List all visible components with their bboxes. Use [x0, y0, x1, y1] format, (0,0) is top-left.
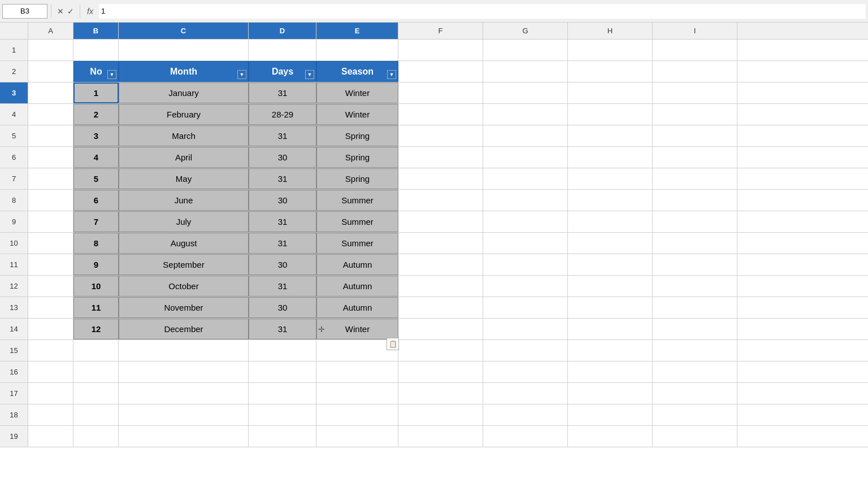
- cell-h8[interactable]: [568, 190, 653, 211]
- cell-b3[interactable]: 1: [73, 82, 119, 103]
- cell-c18[interactable]: [119, 404, 249, 425]
- cell-b13[interactable]: 11: [73, 297, 119, 318]
- cell-e16[interactable]: [316, 361, 398, 382]
- cell-g11[interactable]: [483, 254, 568, 275]
- cell-i7[interactable]: [653, 168, 737, 189]
- cell-b15[interactable]: [73, 340, 119, 361]
- cell-e12[interactable]: Autumn: [316, 276, 398, 297]
- cell-e3[interactable]: Winter: [316, 82, 398, 103]
- cell-i15[interactable]: [653, 340, 737, 361]
- cell-d4[interactable]: 28-29: [249, 104, 316, 125]
- cell-f10[interactable]: [398, 233, 483, 254]
- cell-a5[interactable]: [28, 125, 73, 146]
- cell-d11[interactable]: 30: [249, 254, 316, 275]
- cell-f8[interactable]: [398, 190, 483, 211]
- filter-arrow-days[interactable]: ▼: [305, 70, 314, 79]
- cell-g6[interactable]: [483, 147, 568, 168]
- cell-f6[interactable]: [398, 147, 483, 168]
- cell-c16[interactable]: [119, 361, 249, 382]
- cell-f17[interactable]: [398, 383, 483, 404]
- cell-d13[interactable]: 30: [249, 297, 316, 318]
- cell-b10[interactable]: 8: [73, 233, 119, 254]
- cell-c4[interactable]: February: [119, 104, 249, 125]
- col-header-h[interactable]: H: [568, 23, 653, 39]
- cell-c19[interactable]: [119, 426, 249, 447]
- cell-b8[interactable]: 6: [73, 190, 119, 211]
- cell-g5[interactable]: [483, 125, 568, 146]
- cell-d14[interactable]: 31: [249, 319, 316, 339]
- cell-e14[interactable]: ✛ Winter 📋: [316, 319, 398, 339]
- paste-options-icon[interactable]: 📋: [387, 338, 399, 350]
- cell-i6[interactable]: [653, 147, 737, 168]
- cell-h10[interactable]: [568, 233, 653, 254]
- cell-b12[interactable]: 10: [73, 276, 119, 297]
- cell-i16[interactable]: [653, 361, 737, 382]
- cell-c5[interactable]: March: [119, 125, 249, 146]
- cell-a8[interactable]: [28, 190, 73, 211]
- cell-i8[interactable]: [653, 190, 737, 211]
- confirm-icon[interactable]: ✓: [67, 7, 74, 16]
- cell-b1[interactable]: [73, 40, 119, 60]
- cell-f12[interactable]: [398, 276, 483, 297]
- col-header-b[interactable]: B: [73, 23, 119, 39]
- cell-h17[interactable]: [568, 383, 653, 404]
- cell-f16[interactable]: [398, 361, 483, 382]
- cell-i2[interactable]: [653, 61, 737, 82]
- cell-h5[interactable]: [568, 125, 653, 146]
- cell-f13[interactable]: [398, 297, 483, 318]
- cell-a14[interactable]: [28, 319, 73, 339]
- cell-b4[interactable]: 2: [73, 104, 119, 125]
- cell-f3[interactable]: [398, 82, 483, 103]
- cell-f1[interactable]: [398, 40, 483, 60]
- cell-f11[interactable]: [398, 254, 483, 275]
- cell-c17[interactable]: [119, 383, 249, 404]
- cell-i14[interactable]: [653, 319, 737, 339]
- cell-a17[interactable]: [28, 383, 73, 404]
- cell-b18[interactable]: [73, 404, 119, 425]
- cell-d16[interactable]: [249, 361, 316, 382]
- cell-g19[interactable]: [483, 426, 568, 447]
- col-header-a[interactable]: A: [28, 23, 73, 39]
- cell-h11[interactable]: [568, 254, 653, 275]
- cell-i5[interactable]: [653, 125, 737, 146]
- cell-a18[interactable]: [28, 404, 73, 425]
- cell-e5[interactable]: Spring: [316, 125, 398, 146]
- cell-h18[interactable]: [568, 404, 653, 425]
- cell-g10[interactable]: [483, 233, 568, 254]
- cell-e6[interactable]: Spring: [316, 147, 398, 168]
- cell-f9[interactable]: [398, 211, 483, 232]
- cell-g17[interactable]: [483, 383, 568, 404]
- cell-h2[interactable]: [568, 61, 653, 82]
- cell-e1[interactable]: [316, 40, 398, 60]
- cell-c11[interactable]: September: [119, 254, 249, 275]
- cell-c7[interactable]: May: [119, 168, 249, 189]
- cell-a3[interactable]: [28, 82, 73, 103]
- cell-c13[interactable]: November: [119, 297, 249, 318]
- cell-d5[interactable]: 31: [249, 125, 316, 146]
- col-header-f[interactable]: F: [398, 23, 483, 39]
- cell-h1[interactable]: [568, 40, 653, 60]
- cell-b14[interactable]: 12: [73, 319, 119, 339]
- cell-d12[interactable]: 31: [249, 276, 316, 297]
- cell-d15[interactable]: [249, 340, 316, 361]
- cell-c12[interactable]: October: [119, 276, 249, 297]
- cancel-icon[interactable]: ✕: [57, 7, 64, 16]
- cell-f4[interactable]: [398, 104, 483, 125]
- cell-i11[interactable]: [653, 254, 737, 275]
- cell-c10[interactable]: August: [119, 233, 249, 254]
- cell-c15[interactable]: [119, 340, 249, 361]
- cell-d3[interactable]: 31: [249, 82, 316, 103]
- cell-b19[interactable]: [73, 426, 119, 447]
- cell-f5[interactable]: [398, 125, 483, 146]
- cell-g2[interactable]: [483, 61, 568, 82]
- cell-h7[interactable]: [568, 168, 653, 189]
- cell-g4[interactable]: [483, 104, 568, 125]
- cell-e2-header-season[interactable]: Season ▼: [316, 61, 398, 82]
- cell-d1[interactable]: [249, 40, 316, 60]
- cell-b6[interactable]: 4: [73, 147, 119, 168]
- cell-i3[interactable]: [653, 82, 737, 103]
- cell-d7[interactable]: 31: [249, 168, 316, 189]
- cell-i13[interactable]: [653, 297, 737, 318]
- filter-arrow-month[interactable]: ▼: [237, 70, 246, 79]
- cell-h6[interactable]: [568, 147, 653, 168]
